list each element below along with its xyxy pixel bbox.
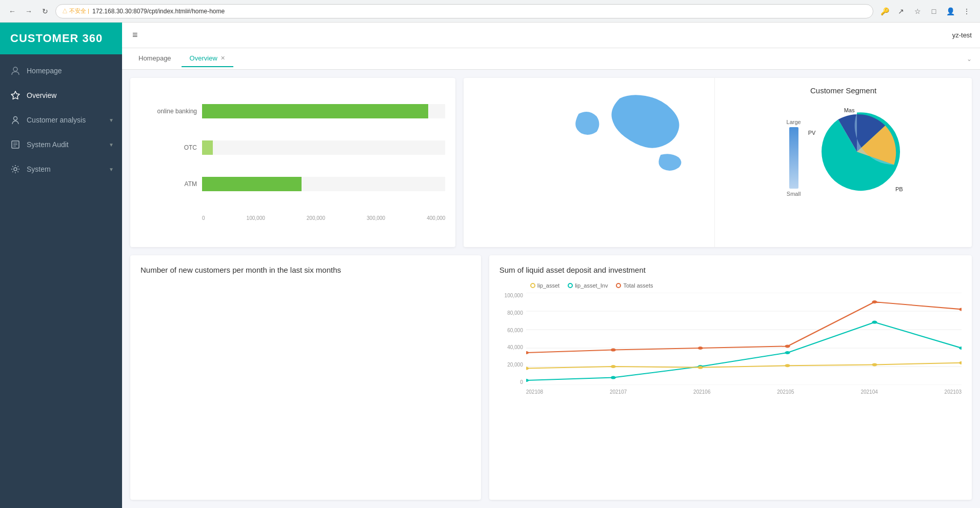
segment-label-mas: Mas	[844, 107, 855, 113]
sidebar-homepage-label: Homepage	[27, 67, 62, 75]
back-button[interactable]: ←	[6, 5, 18, 17]
large-label: Large	[787, 119, 801, 125]
sidebar-item-system-audit[interactable]: System Audit ▼	[0, 132, 122, 157]
x-label-400k: 400,000	[427, 215, 445, 221]
pie-chart-svg	[813, 108, 901, 195]
browser-chrome: ← → ↻ △ 不安全 | 172.168.30.30:8079/cpt/ind…	[0, 0, 980, 23]
tab-overview-label: Overview	[190, 54, 217, 62]
svg-point-0	[13, 67, 17, 71]
svg-point-26	[872, 363, 877, 366]
tab-overview[interactable]: Overview ✕	[182, 50, 233, 67]
bar-wrapper-otc	[202, 140, 445, 155]
svg-point-15	[959, 308, 962, 311]
legend-dot-lip-asset-inv	[568, 283, 573, 288]
refresh-button[interactable]: ↻	[39, 5, 51, 17]
svg-point-23	[611, 365, 616, 368]
bar-chart-panel: online banking OTC ATM	[130, 78, 455, 247]
menu-icon[interactable]: ⋮	[959, 4, 974, 18]
pie-wrapper: Mas PV PB	[813, 108, 901, 197]
address-bar[interactable]: △ 不安全 | 172.168.30.30:8079/cpt/index.htm…	[55, 4, 873, 18]
svg-point-17	[611, 376, 616, 379]
app-header: ≡ yz-test	[122, 23, 980, 48]
svg-point-20	[872, 321, 877, 324]
top-panels-row: online banking OTC ATM	[130, 78, 972, 247]
legend-dot-total	[616, 283, 621, 288]
sidebar-item-overview[interactable]: Overview	[0, 83, 122, 108]
line-chart-wrapper: 100,000 80,000 60,000 40,000 20,000 0	[499, 293, 962, 395]
svg-point-11	[611, 349, 616, 352]
bar-row-otc: OTC	[141, 140, 445, 155]
x-label-0: 0	[202, 215, 205, 221]
bar-wrapper-atm	[202, 177, 445, 191]
sidebar-system-label: System	[27, 165, 51, 173]
bar-label-otc: OTC	[141, 144, 197, 151]
liquid-assets-title: Sum of liquid asset deposit and investme…	[499, 266, 962, 274]
svg-point-14	[872, 300, 877, 303]
tab-close-button[interactable]: ✕	[221, 55, 225, 62]
chevron-down-icon: ▼	[109, 117, 114, 123]
x-label-202103: 202103	[945, 389, 962, 395]
user-circle-icon	[10, 66, 21, 76]
segment-title: Customer Segment	[810, 86, 876, 95]
chevron-down-icon-3: ▼	[109, 167, 114, 172]
browser-icons: 🔑 ↗ ☆ □ 👤 ⋮	[877, 4, 974, 18]
svg-point-27	[959, 361, 962, 364]
segment-content: Large Small	[787, 108, 901, 197]
new-customers-title: Number of new customers per month in the…	[141, 266, 471, 274]
sidebar-item-homepage[interactable]: Homepage	[0, 58, 122, 83]
legend-item-lip-asset-inv: lip_asset_Inv	[568, 282, 608, 289]
bar-row-online: online banking	[141, 104, 445, 118]
hamburger-button[interactable]: ≡	[130, 28, 140, 43]
svg-point-13	[785, 344, 790, 348]
share-icon[interactable]: ↗	[894, 4, 908, 18]
bar-fill-atm	[202, 177, 302, 191]
x-label-202104: 202104	[861, 389, 877, 395]
svg-point-12	[697, 347, 703, 350]
sidebar-overview-label: Overview	[27, 91, 56, 99]
segment-label-pb: PB	[895, 186, 903, 192]
y-label-100k: 100,000	[499, 293, 523, 298]
segment-label-pv: PV	[808, 130, 816, 136]
bar-wrapper-online	[202, 104, 445, 118]
url-text: 172.168.30.30:8079/cpt/index.html#/home-…	[92, 8, 225, 15]
sidebar-item-system[interactable]: System ▼	[0, 157, 122, 181]
profile-icon[interactable]: 👤	[943, 4, 957, 18]
bar-x-axis: 0 100,000 200,000 300,000 400,000	[202, 213, 445, 221]
x-axis-labels: 202108 202107 202106 202105 202104 20210…	[526, 387, 962, 395]
x-label-202106: 202106	[693, 389, 710, 395]
new-customers-panel: Number of new customers per month in the…	[130, 255, 481, 500]
y-label-60k: 60,000	[499, 328, 523, 333]
bottom-panels-row: Number of new customers per month in the…	[130, 255, 972, 500]
chevron-down-icon-2: ▼	[109, 142, 114, 148]
bar-row-atm: ATM	[141, 177, 445, 191]
line-chart-area: 202108 202107 202106 202105 202104 20210…	[526, 293, 962, 395]
sidebar-item-customer-analysis[interactable]: Customer analysis ▼	[0, 108, 122, 132]
bar-label-atm: ATM	[141, 180, 197, 188]
legend-label-lip-asset-inv: lip_asset_Inv	[575, 282, 608, 289]
svg-point-3	[14, 168, 17, 171]
y-label-20k: 20,000	[499, 362, 523, 368]
tabs-bar: Homepage Overview ✕ ⌄	[122, 48, 980, 70]
bar-fill-otc	[202, 140, 213, 155]
extension-icon[interactable]: □	[927, 4, 941, 18]
svg-point-10	[526, 351, 529, 354]
bookmark-icon[interactable]: ☆	[910, 4, 925, 18]
legend-label-total: Total assets	[623, 282, 653, 289]
forward-button[interactable]: →	[23, 5, 35, 17]
gear-icon	[10, 164, 21, 174]
tabs-collapse-button[interactable]: ⌄	[967, 55, 972, 63]
svg-point-1	[14, 117, 17, 120]
tab-homepage-label: Homepage	[138, 54, 171, 62]
app-logo: CUSTOMER 360	[0, 23, 122, 54]
channel-bar-chart: online banking OTC ATM	[141, 88, 445, 237]
x-label-300k: 300,000	[367, 215, 385, 221]
legend-gradient-bar	[789, 127, 798, 189]
map-svg	[469, 83, 709, 196]
tab-homepage[interactable]: Homepage	[130, 50, 179, 67]
header-username: yz-test	[952, 31, 972, 39]
legend-label-lip-asset: lip_asset	[537, 282, 559, 289]
small-label: Small	[787, 191, 801, 197]
sidebar: CUSTOMER 360 Homepage Overview Customer …	[0, 23, 122, 508]
key-icon[interactable]: 🔑	[877, 4, 892, 18]
x-label-202107: 202107	[610, 389, 627, 395]
